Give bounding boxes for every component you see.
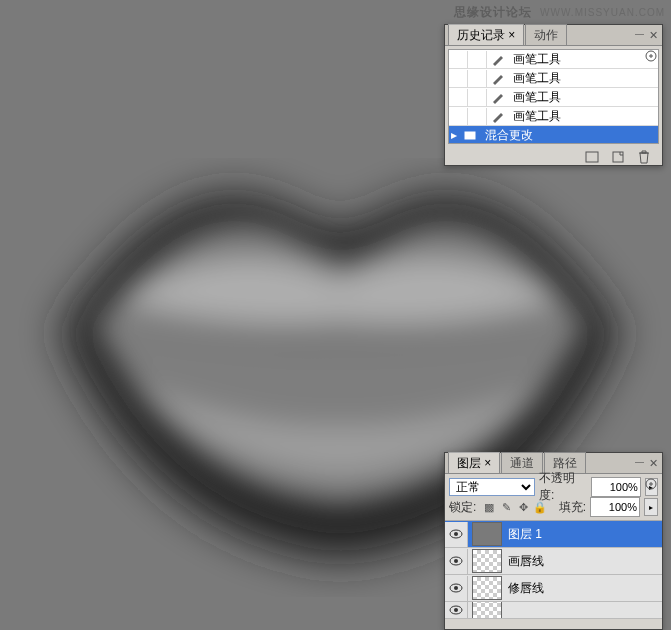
trash-icon[interactable] [636,149,652,165]
history-label: 画笔工具 [509,51,561,68]
tab-actions[interactable]: 动作 [525,24,567,45]
layer-row[interactable]: 修唇线 [445,575,662,602]
layer-row[interactable]: 画唇线 [445,548,662,575]
panel-collapse-icon[interactable]: — [635,29,644,39]
layer-name: 图层 1 [508,526,542,543]
history-label: 画笔工具 [509,108,561,125]
blend-mode-select[interactable]: 正常 [449,478,535,496]
layers-list: 图层 1 画唇线 修唇线 [445,521,662,619]
layer-thumb[interactable] [472,576,502,600]
watermark: 思缘设计论坛 WWW.MISSYUAN.COM [454,4,665,21]
tab-layers[interactable]: 图层 × [448,452,500,473]
lock-all-icon[interactable]: 🔒 [533,500,547,514]
panel-collapse-icon[interactable]: — [635,457,644,467]
layer-thumb[interactable] [472,602,502,619]
svg-point-8 [454,559,458,563]
visibility-icon[interactable] [445,522,468,547]
panel-close-icon[interactable]: ✕ [649,457,658,470]
history-label: 画笔工具 [509,89,561,106]
lock-icons: ▩ ✎ ✥ 🔒 [482,500,547,514]
layer-thumb[interactable] [472,522,502,546]
history-row[interactable]: 画笔工具 [449,88,658,107]
fill-field[interactable] [590,497,640,517]
layer-row[interactable] [445,602,662,619]
layer-name: 画唇线 [508,553,544,570]
history-tabs: 历史记录 × 动作 [445,25,662,46]
tab-history[interactable]: 历史记录 × [448,24,524,45]
new-snapshot-icon[interactable] [584,149,600,165]
visibility-icon[interactable] [445,549,468,574]
tab-layers-label: 图层 [457,456,481,470]
visibility-icon[interactable] [445,576,468,601]
svg-rect-2 [586,152,598,162]
history-marker-icon: ▸ [449,128,459,142]
brush-icon [487,71,509,85]
new-document-icon[interactable] [610,149,626,165]
brush-icon [487,109,509,123]
watermark-cn: 思缘设计论坛 [454,5,532,19]
layers-controls: 正常 不透明度: ▸ 锁定: ▩ ✎ ✥ 🔒 填充: ▸ [445,474,662,521]
blend-icon [459,128,481,142]
tab-history-label: 历史记录 [457,28,505,42]
fill-label: 填充: [559,499,586,516]
layer-thumb[interactable] [472,549,502,573]
brush-icon [487,90,509,104]
history-row[interactable]: ▸ 混合更改 [449,126,658,144]
history-row[interactable]: 画笔工具 [449,69,658,88]
tab-channels[interactable]: 通道 [501,452,543,473]
history-row[interactable]: 画笔工具 [449,107,658,126]
svg-point-10 [454,586,458,590]
svg-point-6 [454,532,458,536]
visibility-icon[interactable] [445,602,468,619]
history-footer [445,147,662,167]
layer-name: 修唇线 [508,580,544,597]
lock-pixels-icon[interactable]: ✎ [499,500,513,514]
history-row[interactable]: 画笔工具 [449,50,658,69]
brush-icon [487,52,509,66]
svg-rect-1 [465,132,475,139]
layer-row[interactable]: 图层 1 [445,521,662,548]
opacity-field[interactable] [591,477,641,497]
lock-position-icon[interactable]: ✥ [516,500,530,514]
panel-menu-icon[interactable] [644,477,658,491]
panel-menu-icon[interactable] [644,49,658,63]
lock-transparency-icon[interactable]: ▩ [482,500,496,514]
history-panel: — ✕ 历史记录 × 动作 画笔工具 画笔工具 画笔工具 画笔工具 ▸ [444,24,663,166]
svg-point-12 [454,608,458,612]
svg-rect-3 [613,152,623,162]
panel-close-icon[interactable]: ✕ [649,29,658,42]
lock-label: 锁定: [449,499,476,516]
watermark-en: WWW.MISSYUAN.COM [540,7,665,18]
fill-stepper[interactable]: ▸ [644,498,658,516]
layers-panel: — ✕ 图层 × 通道 路径 正常 不透明度: ▸ 锁定: ▩ ✎ ✥ 🔒 填充… [444,452,663,630]
history-list: 画笔工具 画笔工具 画笔工具 画笔工具 ▸ 混合更改 [448,49,659,144]
history-label: 画笔工具 [509,70,561,87]
history-label: 混合更改 [481,127,533,144]
